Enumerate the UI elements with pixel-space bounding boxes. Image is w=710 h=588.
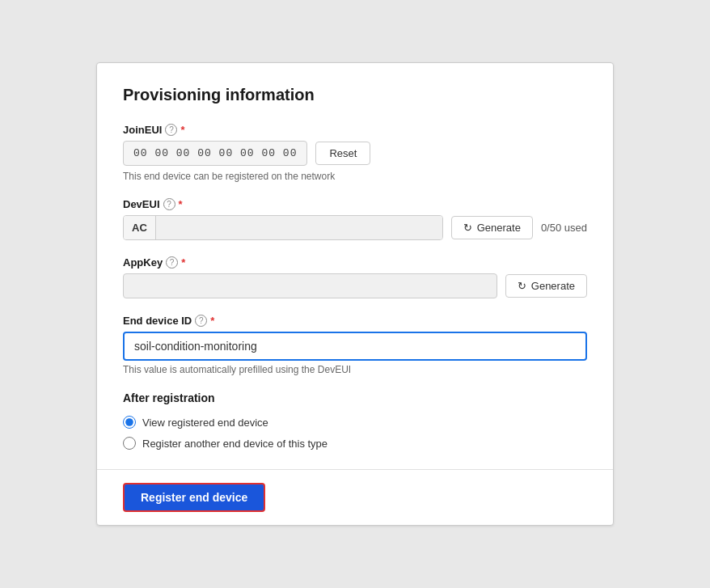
appkey-required: * xyxy=(181,256,185,269)
joineui-required: * xyxy=(180,124,184,136)
deveui-input-group: AC xyxy=(123,215,443,240)
end-device-id-hint: This value is automatically prefilled us… xyxy=(123,364,587,375)
joineui-row: 00 00 00 00 00 00 00 00 Reset xyxy=(123,141,587,166)
appkey-input[interactable] xyxy=(123,273,497,298)
end-device-id-help-icon[interactable]: ? xyxy=(195,315,207,327)
appkey-field-group: AppKey ? * ↻ Generate xyxy=(123,256,587,298)
joineui-label-text: JoinEUI xyxy=(123,124,162,136)
joineui-reset-button[interactable]: Reset xyxy=(315,142,370,165)
deveui-help-icon[interactable]: ? xyxy=(163,198,175,210)
radio-register-another-label: Register another end device of this type xyxy=(142,438,328,450)
radio-option-register-another[interactable]: Register another end device of this type xyxy=(123,437,587,450)
joineui-value: 00 00 00 00 00 00 00 00 xyxy=(133,147,297,159)
deveui-input[interactable] xyxy=(156,216,442,239)
radio-view-label: View registered end device xyxy=(142,417,268,429)
register-end-device-button[interactable]: Register end device xyxy=(123,483,265,512)
end-device-id-required: * xyxy=(210,315,214,327)
appkey-generate-icon: ↻ xyxy=(518,280,526,292)
end-device-id-field-group: End device ID ? * This value is automati… xyxy=(123,315,587,375)
appkey-row: ↻ Generate xyxy=(123,273,587,298)
after-registration-group: After registration View registered end d… xyxy=(123,391,587,450)
after-registration-title: After registration xyxy=(123,391,587,404)
end-device-id-label: End device ID ? * xyxy=(123,315,587,327)
deveui-usage: 0/50 used xyxy=(541,222,587,234)
appkey-label-text: AppKey xyxy=(123,256,163,269)
end-device-id-label-text: End device ID xyxy=(123,315,192,327)
joineui-help-icon[interactable]: ? xyxy=(165,124,177,136)
radio-option-view[interactable]: View registered end device xyxy=(123,416,587,429)
deveui-generate-icon: ↻ xyxy=(463,222,472,234)
deveui-prefix: AC xyxy=(124,216,156,239)
deveui-label: DevEUI ? * xyxy=(123,198,587,210)
card-title: Provisioning information xyxy=(123,86,587,104)
deveui-field-group: DevEUI ? * AC ↻ Generate 0/50 used xyxy=(123,198,587,240)
deveui-row: AC ↻ Generate 0/50 used xyxy=(123,215,587,240)
appkey-label: AppKey ? * xyxy=(123,256,587,269)
appkey-generate-button[interactable]: ↻ Generate xyxy=(505,274,587,298)
joineui-label: JoinEUI ? * xyxy=(123,124,587,136)
radio-view-input[interactable] xyxy=(123,416,136,429)
radio-group: View registered end device Register anot… xyxy=(123,416,587,450)
deveui-required: * xyxy=(179,198,183,210)
end-device-id-input[interactable] xyxy=(123,332,587,361)
card-footer: Register end device xyxy=(97,469,613,525)
joineui-field-group: JoinEUI ? * 00 00 00 00 00 00 00 00 Rese… xyxy=(123,124,587,182)
provisioning-card: Provisioning information JoinEUI ? * 00 … xyxy=(96,62,614,526)
appkey-generate-label: Generate xyxy=(531,280,575,292)
deveui-generate-button[interactable]: ↻ Generate xyxy=(451,216,533,239)
deveui-generate-label: Generate xyxy=(477,222,521,234)
deveui-label-text: DevEUI xyxy=(123,198,160,210)
joineui-hint: This end device can be registered on the… xyxy=(123,171,587,182)
radio-register-another-input[interactable] xyxy=(123,437,136,450)
joineui-display: 00 00 00 00 00 00 00 00 xyxy=(123,141,307,166)
appkey-help-icon[interactable]: ? xyxy=(166,256,178,269)
outer-container: Provisioning information JoinEUI ? * 00 … xyxy=(0,0,710,588)
